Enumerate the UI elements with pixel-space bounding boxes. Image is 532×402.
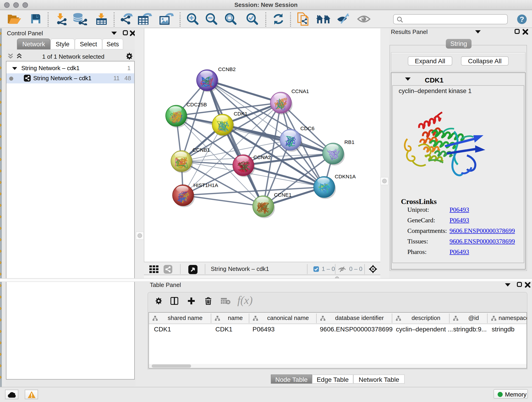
svg-text:CCNA2: CCNA2 — [253, 154, 271, 160]
svg-text:CCNE1: CCNE1 — [274, 192, 292, 198]
svg-text:RB1: RB1 — [344, 139, 355, 145]
svg-text:CDC25B: CDC25B — [186, 102, 207, 108]
svg-text:HIST1H1A: HIST1H1A — [193, 182, 218, 188]
svg-text:CCNA1: CCNA1 — [291, 89, 309, 94]
svg-text:CCNB1: CCNB1 — [192, 147, 210, 153]
svg-text:CCNB2: CCNB2 — [218, 66, 236, 72]
svg-text:CDC6: CDC6 — [300, 126, 315, 131]
svg-text:CDKN1A: CDKN1A — [335, 174, 356, 179]
svg-text:CDK1: CDK1 — [234, 111, 247, 117]
svg-text:?: ? — [520, 15, 524, 23]
